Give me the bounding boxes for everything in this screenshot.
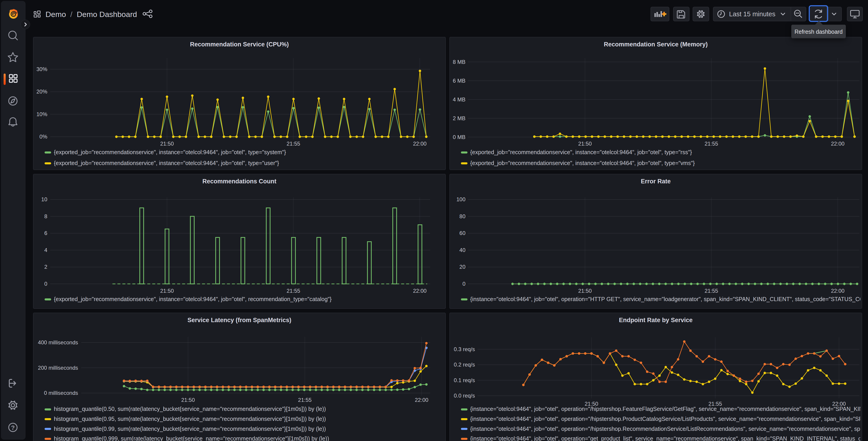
svg-text:21:55: 21:55: [287, 141, 300, 147]
svg-text:6 MB: 6 MB: [453, 78, 465, 84]
svg-text:21:55: 21:55: [705, 288, 718, 294]
svg-text:22:00: 22:00: [413, 288, 427, 294]
svg-text:22:00: 22:00: [831, 288, 844, 294]
svg-text:0.3 req/s: 0.3 req/s: [454, 346, 475, 352]
svg-text:21:50: 21:50: [578, 141, 592, 147]
svg-text:0.1 req/s: 0.1 req/s: [454, 377, 475, 383]
svg-text:60: 60: [459, 230, 465, 236]
svg-text:22:00: 22:00: [413, 141, 427, 147]
svg-text:4 MB: 4 MB: [453, 96, 465, 102]
svg-text:21:50: 21:50: [578, 288, 592, 294]
svg-text:?: ?: [11, 424, 15, 431]
svg-text:21:55: 21:55: [298, 397, 312, 403]
svg-text:0: 0: [463, 281, 465, 287]
svg-text:20: 20: [459, 264, 465, 270]
svg-text:21:50: 21:50: [181, 397, 195, 403]
svg-text:80: 80: [459, 213, 465, 219]
svg-text:100: 100: [456, 196, 465, 202]
svg-text:22:00: 22:00: [415, 397, 428, 403]
svg-text:2 MB: 2 MB: [453, 115, 465, 121]
svg-text:0.2 req/s: 0.2 req/s: [454, 361, 475, 368]
svg-text:0 MB: 0 MB: [453, 134, 465, 140]
svg-text:8 MB: 8 MB: [453, 59, 465, 65]
svg-text:22:00: 22:00: [831, 141, 844, 147]
svg-text:21:50: 21:50: [160, 141, 174, 147]
svg-text:40: 40: [459, 247, 465, 253]
svg-text:21:55: 21:55: [705, 141, 718, 147]
svg-text:Last 15 minutes: Last 15 minutes: [729, 10, 775, 18]
svg-text:0.0 req/s: 0.0 req/s: [454, 392, 475, 399]
svg-text:21:55: 21:55: [287, 288, 300, 294]
svg-text:21:50: 21:50: [160, 288, 174, 294]
